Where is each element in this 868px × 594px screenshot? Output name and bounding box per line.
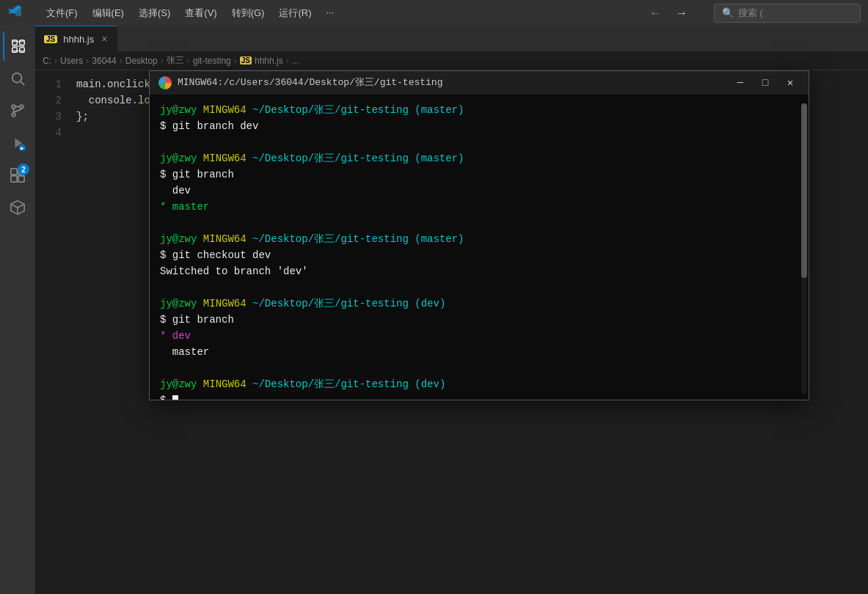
- breadcrumb-users[interactable]: Users: [60, 56, 83, 66]
- tab-bar: JS hhhh.js ×: [35, 26, 868, 51]
- terminal-scrollbar[interactable]: [801, 102, 807, 392]
- svg-line-5: [21, 81, 24, 85]
- nav-buttons: ← →: [645, 5, 692, 21]
- activity-search[interactable]: [3, 64, 32, 93]
- terminal-minimize-button[interactable]: ─: [731, 75, 750, 91]
- search-placeholder: 搜索 (: [738, 7, 763, 20]
- breadcrumb-js-icon: JS: [240, 56, 252, 65]
- search-box[interactable]: 🔍 搜索 (: [714, 4, 861, 23]
- breadcrumb-zhang3[interactable]: 张三: [167, 54, 184, 67]
- terminal-line-15: * dev: [160, 328, 798, 344]
- breadcrumb-git-testing[interactable]: git-testing: [193, 56, 231, 66]
- extensions-badge: 2: [18, 164, 29, 175]
- svg-point-8: [12, 113, 15, 117]
- terminal-maximize-button[interactable]: □: [756, 75, 775, 91]
- search-icon: 🔍: [722, 7, 734, 18]
- svg-rect-13: [11, 176, 17, 182]
- svg-text:▶: ▶: [21, 145, 24, 150]
- menu-goto[interactable]: 转到(G): [226, 4, 271, 23]
- scrollbar-track: [801, 103, 807, 394]
- activity-bar: ▶ 2: [0, 26, 35, 594]
- terminal-line-19[interactable]: $: [160, 392, 798, 400]
- activity-extensions[interactable]: 2: [3, 161, 32, 190]
- terminal-line-8: [160, 215, 798, 231]
- terminal-line-14: $ git branch: [160, 312, 798, 328]
- terminal-icon: [158, 76, 172, 89]
- editor-area: JS hhhh.js × C: › Users › 36044 › Deskto…: [35, 26, 868, 594]
- nav-back-button[interactable]: ←: [645, 5, 665, 21]
- terminal-line-9: jy@zwy MINGW64 ~/Desktop/张三/git-testing …: [160, 231, 798, 247]
- nav-forward-button[interactable]: →: [671, 5, 692, 21]
- breadcrumb-36044[interactable]: 36044: [92, 56, 116, 66]
- activity-package[interactable]: [3, 193, 32, 222]
- titlebar: 文件(F) 编辑(E) 选择(S) 查看(V) 转到(G) 运行(R) ··· …: [0, 0, 868, 26]
- terminal-close-button[interactable]: ✕: [781, 75, 800, 91]
- terminal-line-12: [160, 279, 798, 296]
- activity-explorer[interactable]: [3, 32, 32, 61]
- menu-bar: 文件(F) 编辑(E) 选择(S) 查看(V) 转到(G) 运行(R) ···: [40, 4, 340, 23]
- terminal-line-16: master: [160, 344, 798, 360]
- line-numbers: 1 2 3 4: [35, 76, 70, 588]
- terminal-window[interactable]: MINGW64:/c/Users/36044/Desktop/张三/git-te…: [149, 70, 809, 400]
- tab-js-icon: JS: [44, 35, 57, 43]
- terminal-title-text: MINGW64:/c/Users/36044/Desktop/张三/git-te…: [178, 75, 725, 91]
- svg-rect-11: [11, 169, 17, 175]
- tab-close-button[interactable]: ×: [100, 32, 109, 46]
- svg-point-6: [12, 105, 15, 109]
- terminal-line-17: [160, 360, 798, 376]
- breadcrumb-more[interactable]: ...: [292, 56, 299, 66]
- terminal-line-10: $ git checkout dev: [160, 247, 798, 263]
- menu-file[interactable]: 文件(F): [40, 4, 84, 23]
- terminal-line-2: $ git branch dev: [160, 118, 798, 134]
- breadcrumb-c[interactable]: C:: [43, 56, 51, 66]
- tab-hhhh-js[interactable]: JS hhhh.js ×: [35, 26, 117, 51]
- terminal-line-6: dev: [160, 183, 798, 199]
- menu-view[interactable]: 查看(V): [179, 4, 222, 23]
- terminal-body[interactable]: jy@zwy MINGW64 ~/Desktop/张三/git-testing …: [150, 95, 809, 400]
- menu-select[interactable]: 选择(S): [133, 4, 176, 23]
- tab-filename: hhhh.js: [63, 34, 94, 45]
- activity-git[interactable]: [3, 96, 32, 125]
- breadcrumb-filename[interactable]: hhhh.js: [255, 56, 283, 66]
- scrollbar-thumb[interactable]: [801, 103, 807, 278]
- terminal-line-18: jy@zwy MINGW64 ~/Desktop/张三/git-testing …: [160, 376, 798, 392]
- terminal-line-3: [160, 134, 798, 150]
- vscode-logo: [7, 4, 22, 22]
- activity-run[interactable]: ▶: [3, 128, 32, 158]
- terminal-cursor: [172, 395, 178, 400]
- svg-point-4: [12, 73, 22, 83]
- terminal-line-7: * master: [160, 199, 798, 215]
- menu-more[interactable]: ···: [320, 4, 340, 23]
- main-layout: ▶ 2 JS hhhh.js ×: [0, 26, 868, 594]
- terminal-line-13: jy@zwy MINGW64 ~/Desktop/张三/git-testing …: [160, 296, 798, 312]
- terminal-titlebar: MINGW64:/c/Users/36044/Desktop/张三/git-te…: [150, 71, 809, 95]
- menu-run[interactable]: 运行(R): [273, 4, 317, 23]
- breadcrumb: C: › Users › 36044 › Desktop › 张三 › git-…: [35, 51, 868, 70]
- code-editor[interactable]: 1 2 3 4 main.onclick = function () { con…: [35, 70, 868, 594]
- terminal-line-1: jy@zwy MINGW64 ~/Desktop/张三/git-testing …: [160, 102, 798, 118]
- breadcrumb-desktop[interactable]: Desktop: [125, 56, 158, 66]
- svg-rect-14: [18, 176, 24, 182]
- menu-edit[interactable]: 编辑(E): [87, 4, 130, 23]
- svg-point-7: [20, 105, 23, 109]
- terminal-line-11: Switched to branch 'dev': [160, 263, 798, 279]
- terminal-line-4: jy@zwy MINGW64 ~/Desktop/张三/git-testing …: [160, 150, 798, 166]
- terminal-line-5: $ git branch: [160, 166, 798, 183]
